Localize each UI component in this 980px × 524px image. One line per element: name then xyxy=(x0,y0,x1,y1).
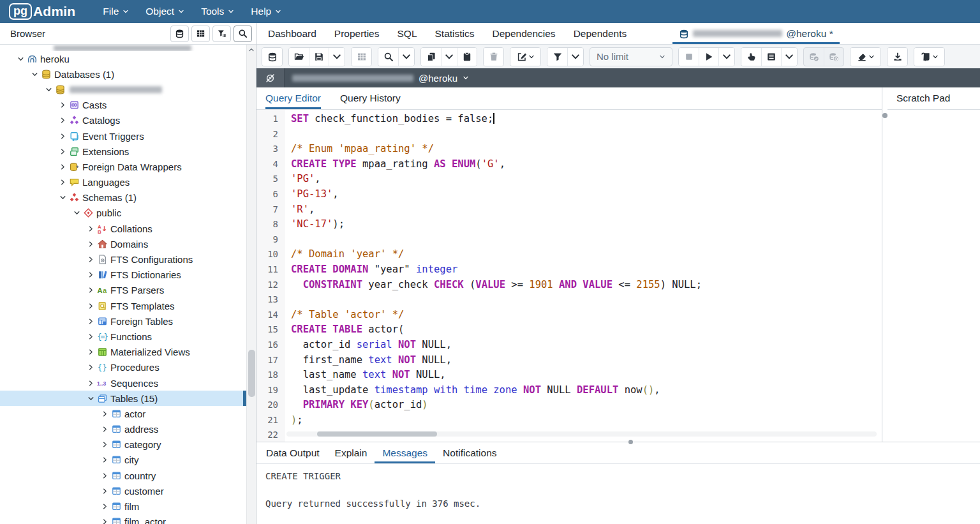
tree-item-redacted-db[interactable] xyxy=(0,82,246,97)
chevron-right-icon[interactable] xyxy=(100,501,110,512)
tree-item-foreign-tables[interactable]: Foreign Tables xyxy=(0,313,246,329)
chevron-right-icon[interactable] xyxy=(85,347,96,357)
browser-search-button[interactable] xyxy=(234,26,252,42)
browser-filter-button[interactable] xyxy=(212,26,231,42)
chevron-right-icon[interactable] xyxy=(100,516,110,524)
chevron-down-icon[interactable] xyxy=(57,192,68,203)
vertical-splitter[interactable] xyxy=(882,87,887,442)
tree-item-fts-configurations[interactable]: FTS Configurations xyxy=(0,251,246,267)
tree-item-actor[interactable]: actor xyxy=(0,406,246,421)
chevron-right-icon[interactable] xyxy=(85,239,96,250)
chevron-right-icon[interactable] xyxy=(57,177,68,188)
tab-dashboard[interactable]: Dashboard xyxy=(259,23,325,44)
tab-properties[interactable]: Properties xyxy=(325,23,389,44)
tree-item-schemas-1[interactable]: Schemas (1) xyxy=(0,190,246,206)
tree-item-domains[interactable]: Domains xyxy=(0,236,246,251)
horizontal-splitter[interactable] xyxy=(256,442,980,443)
tree-item-procedures[interactable]: {}Procedures xyxy=(0,360,246,375)
delete-button[interactable] xyxy=(484,48,503,66)
tree-item-databases-1[interactable]: Databases (1) xyxy=(0,66,246,82)
row-limit-select[interactable]: No limit xyxy=(590,47,672,66)
tree-item-fts-templates[interactable]: FTS Templates xyxy=(0,298,246,313)
chevron-right-icon[interactable] xyxy=(85,316,96,327)
tree-item-tables-15[interactable]: Tables (15) xyxy=(0,391,246,406)
menu-file[interactable]: File xyxy=(94,0,137,23)
chevron-right-icon[interactable] xyxy=(85,301,96,311)
tree-item-sequences[interactable]: 1..3Sequences xyxy=(0,375,246,391)
find-button[interactable] xyxy=(378,48,398,66)
tree-item-collations[interactable]: ABCollations xyxy=(0,221,246,236)
tree-item-event-triggers[interactable]: Event Triggers xyxy=(0,128,246,144)
tree-item-address[interactable]: address xyxy=(0,422,246,437)
tab-notifications[interactable]: Notifications xyxy=(435,443,504,463)
download-button[interactable] xyxy=(887,48,907,66)
tree-item-film-actor[interactable]: film_actor xyxy=(0,514,246,524)
tree-item-foreign-data-wrappers[interactable]: Foreign Data Wrappers xyxy=(0,159,246,174)
chevron-down-icon[interactable] xyxy=(43,84,54,95)
tree-item-languages[interactable]: Languages xyxy=(0,175,246,190)
stop-button[interactable] xyxy=(679,48,699,66)
chevron-down-icon[interactable] xyxy=(71,207,82,218)
chevron-right-icon[interactable] xyxy=(85,378,96,389)
tab-explain[interactable]: Explain xyxy=(327,443,375,463)
tree-item-functions[interactable]: {≡}Functions xyxy=(0,329,246,344)
filter-options-button[interactable] xyxy=(567,48,583,66)
menu-object[interactable]: Object xyxy=(137,0,193,23)
tree-item-catalogs[interactable]: Catalogs xyxy=(0,113,246,128)
chevron-right-icon[interactable] xyxy=(85,254,96,265)
chevron-right-icon[interactable] xyxy=(57,115,68,126)
paste-button[interactable] xyxy=(457,48,477,66)
chevron-right-icon[interactable] xyxy=(85,269,96,280)
chevron-right-icon[interactable] xyxy=(100,454,110,465)
macros-button[interactable] xyxy=(914,48,944,66)
edit-grid-button[interactable] xyxy=(352,48,371,66)
tab-data-output[interactable]: Data Output xyxy=(258,443,327,463)
tree-item-casts[interactable]: Casts xyxy=(0,98,246,113)
save-file-button[interactable] xyxy=(309,48,329,66)
connection-label[interactable]: @heroku xyxy=(292,73,469,84)
copy-button[interactable] xyxy=(421,48,441,66)
chevron-down-icon[interactable] xyxy=(463,75,469,81)
tab-messages[interactable]: Messages xyxy=(375,443,435,463)
scroll-up-arrow-icon[interactable] xyxy=(247,45,256,55)
chevron-right-icon[interactable] xyxy=(85,223,96,234)
execute-button[interactable] xyxy=(699,48,718,66)
browser-grid-button[interactable] xyxy=(191,26,210,42)
chevron-right-icon[interactable] xyxy=(100,424,110,435)
browser-database-button[interactable] xyxy=(170,26,189,42)
list-view-button[interactable] xyxy=(761,48,781,66)
tab-query-editor[interactable]: Query Editor xyxy=(265,87,321,109)
tree-item-public[interactable]: public xyxy=(0,206,246,221)
chevron-right-icon[interactable] xyxy=(57,100,68,110)
tree-item-country[interactable]: country xyxy=(0,468,246,483)
chevron-down-icon[interactable] xyxy=(85,393,96,404)
chevron-right-icon[interactable] xyxy=(85,362,96,373)
tree-item-film[interactable]: film xyxy=(0,498,246,514)
sql-code[interactable]: SET check_function_bodies = false; /* En… xyxy=(285,110,882,442)
tree-item-fts-parsers[interactable]: AaFTS Parsers xyxy=(0,283,246,298)
splitter-handle[interactable] xyxy=(882,113,887,118)
menu-tools[interactable]: Tools xyxy=(193,0,242,23)
copy-options-button[interactable] xyxy=(441,48,457,66)
tree-item-redacted[interactable] xyxy=(0,45,246,51)
rollback-button[interactable] xyxy=(824,48,843,66)
tree-item-extensions[interactable]: Extensions xyxy=(0,144,246,159)
tree-item-category[interactable]: category xyxy=(0,437,246,453)
new-query-tool-button[interactable] xyxy=(262,48,282,66)
chevron-right-icon[interactable] xyxy=(100,408,110,419)
tree-item-fts-dictionaries[interactable]: FTS Dictionaries xyxy=(0,267,246,283)
tree-item-customer[interactable]: customer xyxy=(0,483,246,498)
editor-hscrollbar-thumb[interactable] xyxy=(317,431,437,437)
save-options-button[interactable] xyxy=(329,48,345,66)
chevron-right-icon[interactable] xyxy=(57,146,68,157)
sql-editor[interactable]: 12345678910111213141516171819202122 SET … xyxy=(256,110,882,442)
tree-item-materialized-views[interactable]: Materialized Views xyxy=(0,345,246,360)
splitter-handle[interactable] xyxy=(628,440,633,444)
scratch-pad-body[interactable] xyxy=(887,110,980,442)
open-file-button[interactable] xyxy=(289,48,309,66)
chevron-right-icon[interactable] xyxy=(57,131,68,142)
tree-item-city[interactable]: city xyxy=(0,453,246,468)
chevron-right-icon[interactable] xyxy=(85,285,96,296)
edit-button[interactable] xyxy=(510,48,540,66)
connection-status-box[interactable] xyxy=(256,68,285,87)
